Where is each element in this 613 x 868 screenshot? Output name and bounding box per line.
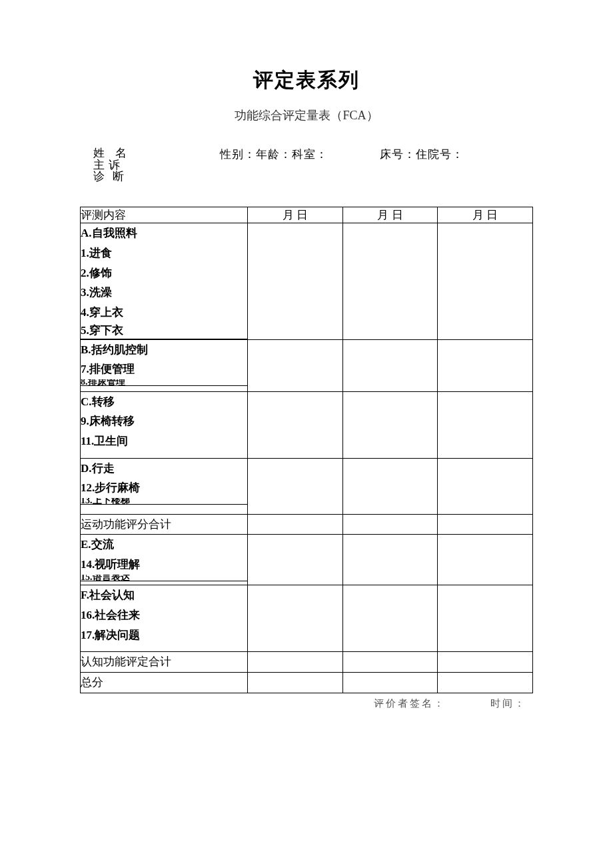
group-f-title: F.社会认知 [81,585,247,605]
group-d-content: D.行走 12.步行麻椅 13.上下楼梯 [81,458,248,514]
patient-info-block: 姓 名 主诉 诊 断 性别：年龄：科室： 床号：住院号： [80,147,533,190]
motor-total-row: 运动功能评分合计 [81,514,533,535]
grand-total-label: 总分 [81,673,248,693]
diagnosis-label: 诊 断 [93,171,131,182]
group-a-date1[interactable] [248,223,343,340]
group-f-date2[interactable] [342,585,438,652]
item-12: 12.步行麻椅 [81,478,247,498]
group-f-content: F.社会认知 16.社会往来 17.解决问题 [81,585,248,652]
item-1: 1.进食 [81,243,247,263]
grand-total-row: 总分 [81,673,533,693]
grand-total-date3[interactable] [438,673,533,693]
group-c-date1[interactable] [248,391,343,458]
item-9: 9.床椅转移 [81,411,247,431]
item-13-cut: 13.上下楼梯 [81,498,247,505]
group-f-date1[interactable] [248,585,343,652]
age-label: 年龄： [256,148,292,161]
group-c-date3[interactable] [438,391,533,458]
group-b-content: B.括约肌控制 7.排便管理 8.排尿管理 [81,339,248,391]
cognitive-total-label: 认知功能评定合计 [81,652,248,673]
page-container: 评定表系列 功能综合评定量表（FCA） 姓 名 主诉 诊 断 性别：年龄：科室：… [0,0,613,743]
group-b-row: B.括约肌控制 7.排便管理 8.排尿管理 [81,339,533,391]
group-c-row: C.转移 9.床椅转移 11.卫生间 [81,391,533,458]
grand-total-date1[interactable] [248,673,343,693]
signature-label: 评价者签名： [374,698,446,709]
item-5: 5.穿下衣 [81,323,247,339]
header-date1-cell: 月 日 [248,207,343,223]
table-header-row: 评测内容 月 日 月 日 月 日 [81,207,533,223]
dept-label: 科室： [292,148,328,161]
motor-total-date3[interactable] [438,514,533,535]
group-c-date2[interactable] [342,391,438,458]
header-date2-cell: 月 日 [342,207,438,223]
page-title: 评定表系列 [80,67,533,94]
group-d-row: D.行走 12.步行麻椅 13.上下楼梯 [81,458,533,514]
group-d-date1[interactable] [248,458,343,514]
cognitive-total-date2[interactable] [342,652,438,673]
group-c-title: C.转移 [81,392,247,412]
group-b-date3[interactable] [438,339,533,391]
item-16: 16.社会往来 [81,605,247,625]
cognitive-total-date1[interactable] [248,652,343,673]
item-3: 3.洗澡 [81,283,247,303]
info-right-labels: 床号：住院号： [380,147,464,162]
info-left-labels: 姓 名 主诉 诊 断 [93,147,131,182]
group-a-title: A.自我照料 [81,223,247,243]
motor-total-label: 运动功能评分合计 [81,514,248,535]
group-e-date1[interactable] [248,535,343,585]
motor-total-date1[interactable] [248,514,343,535]
group-f-row: F.社会认知 16.社会往来 17.解决问题 [81,585,533,652]
page-subtitle: 功能综合评定量表（FCA） [80,107,533,123]
item-14: 14.视听理解 [81,555,247,575]
group-b-date2[interactable] [342,339,438,391]
group-a-date3[interactable] [438,223,533,340]
group-e-date2[interactable] [342,535,438,585]
grand-total-date2[interactable] [342,673,438,693]
group-d-date2[interactable] [342,458,438,514]
item-15-cut: 15.语言表达 [81,575,247,581]
item-8-cut: 8.排尿管理 [81,379,247,386]
item-11: 11.卫生间 [81,431,247,451]
gender-label: 性别： [220,148,256,161]
header-content-cell: 评测内容 [81,207,248,223]
assessment-table: 评测内容 月 日 月 日 月 日 A.自我照料 1.进食 2.修饰 3.洗澡 4… [80,207,533,693]
bed-label: 床号： [380,148,416,161]
motor-total-date2[interactable] [342,514,438,535]
item-2: 2.修饰 [81,263,247,283]
group-e-date3[interactable] [438,535,533,585]
item-7: 7.排便管理 [81,359,247,379]
group-a-date2[interactable] [342,223,438,340]
group-e-row: E.交流 14.视听理解 15.语言表达 [81,535,533,585]
group-b-title: B.括约肌控制 [81,340,247,360]
cognitive-total-date3[interactable] [438,652,533,673]
name-label: 姓 名 [93,147,131,160]
info-mid-labels: 性别：年龄：科室： [220,147,328,162]
item-17: 17.解决问题 [81,625,247,645]
group-a-content: A.自我照料 1.进食 2.修饰 3.洗澡 4.穿上衣 5.穿下衣 [81,223,248,340]
group-c-content: C.转移 9.床椅转移 11.卫生间 [81,391,248,458]
time-label: 时间： [490,698,526,709]
group-e-content: E.交流 14.视听理解 15.语言表达 [81,535,248,585]
header-date3-cell: 月 日 [438,207,533,223]
group-b-date1[interactable] [248,339,343,391]
group-f-date3[interactable] [438,585,533,652]
footer-block: 评价者签名： 时间： [80,697,533,710]
admission-label: 住院号： [416,148,464,161]
item-4: 4.穿上衣 [81,303,247,323]
group-d-date3[interactable] [438,458,533,514]
cognitive-total-row: 认知功能评定合计 [81,652,533,673]
group-a-row: A.自我照料 1.进食 2.修饰 3.洗澡 4.穿上衣 5.穿下衣 [81,223,533,340]
group-e-title: E.交流 [81,535,247,555]
group-d-title: D.行走 [81,459,247,479]
